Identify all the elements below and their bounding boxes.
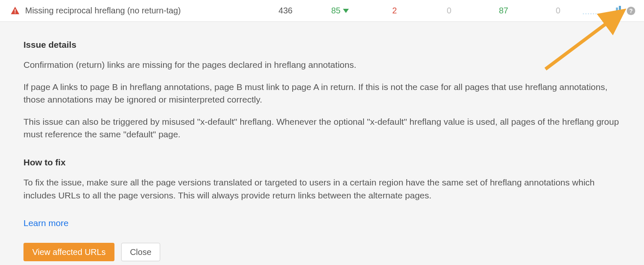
issue-details-section: Issue details Confirmation (return) link… bbox=[23, 39, 621, 141]
issue-row[interactable]: Missing reciprocal hreflang (no return-t… bbox=[0, 0, 644, 22]
sparkline-chart bbox=[583, 7, 608, 15]
view-affected-urls-button[interactable]: View affected URLs bbox=[23, 243, 114, 261]
learn-more-link[interactable]: Learn more bbox=[23, 217, 68, 229]
how-to-fix-section: How to fix To fix the issue, make sure a… bbox=[23, 156, 621, 202]
issue-details-p2: If page A links to page B in hreflang an… bbox=[23, 81, 621, 106]
how-to-fix-p1: To fix the issue, make sure all the page… bbox=[23, 176, 621, 202]
svg-rect-3 bbox=[613, 11, 615, 15]
close-button[interactable]: Close bbox=[121, 243, 160, 261]
issue-details-heading: Issue details bbox=[23, 39, 621, 51]
change-value: 85 bbox=[331, 6, 340, 15]
col-total: 436 bbox=[258, 6, 313, 15]
issue-details-p3: This issue can also be triggered by misu… bbox=[23, 116, 621, 141]
error-icon bbox=[10, 6, 20, 16]
issue-title: Missing reciprocal hreflang (no return-t… bbox=[25, 6, 258, 15]
issue-details-p1: Confirmation (return) links are missing … bbox=[23, 59, 621, 71]
help-icon[interactable]: ? bbox=[626, 6, 636, 16]
how-to-fix-heading: How to fix bbox=[23, 156, 621, 169]
col-zero-2: 0 bbox=[531, 6, 585, 15]
col-new: 2 bbox=[367, 6, 422, 15]
col-change: 85 bbox=[313, 6, 367, 15]
svg-rect-5 bbox=[619, 6, 621, 15]
col-fixed: 87 bbox=[476, 6, 531, 15]
button-row: View affected URLs Close bbox=[23, 243, 621, 261]
histogram-icon[interactable] bbox=[612, 6, 622, 16]
row-actions: ? bbox=[585, 6, 636, 16]
svg-rect-1 bbox=[15, 12, 16, 13]
col-zero-1: 0 bbox=[422, 6, 476, 15]
issue-details-panel: Issue details Confirmation (return) link… bbox=[0, 22, 644, 265]
caret-down-icon bbox=[343, 9, 349, 13]
svg-rect-0 bbox=[15, 9, 16, 12]
svg-rect-4 bbox=[616, 8, 618, 15]
svg-text:?: ? bbox=[629, 8, 633, 14]
